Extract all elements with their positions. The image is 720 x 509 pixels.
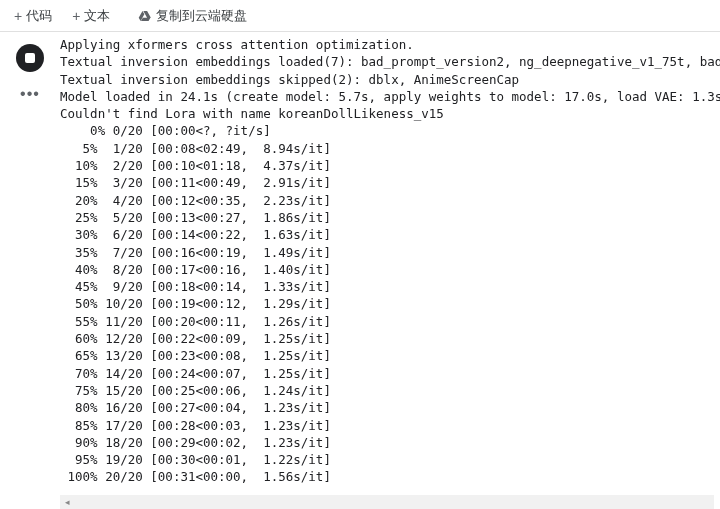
google-drive-icon [138,9,152,23]
cell-output: Applying xformers cross attention optimi… [60,32,720,495]
add-text-button[interactable]: + 文本 [66,3,116,29]
copy-to-drive-button[interactable]: 复制到云端硬盘 [132,3,253,29]
plus-icon: + [72,8,80,24]
toolbar: + 代码 + 文本 复制到云端硬盘 [0,0,720,32]
cell-gutter: ••• [0,32,60,495]
add-code-label: 代码 [26,7,52,25]
scrollbar-track [60,495,714,509]
horizontal-scrollbar[interactable]: ◂ [60,495,714,509]
stop-icon [25,53,35,63]
plus-icon: + [14,8,22,24]
add-text-label: 文本 [84,7,110,25]
add-code-button[interactable]: + 代码 [8,3,58,29]
stop-execution-button[interactable] [16,44,44,72]
cell-area: ••• Applying xformers cross attention op… [0,32,720,495]
scroll-left-arrow-icon[interactable]: ◂ [60,495,74,509]
more-actions-button[interactable]: ••• [20,86,40,102]
copy-to-drive-label: 复制到云端硬盘 [156,7,247,25]
